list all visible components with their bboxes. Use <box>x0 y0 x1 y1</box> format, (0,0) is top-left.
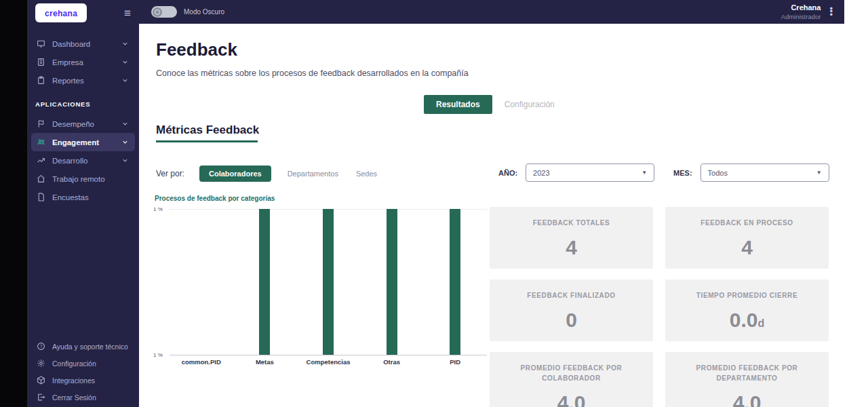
year-select[interactable]: 2023 ▼ <box>526 163 654 182</box>
month-label: MES: <box>673 169 692 177</box>
sidebar-item-ayuda[interactable]: ? Ayuda y soporte técnico <box>31 338 135 355</box>
building-icon <box>37 58 45 66</box>
chevron-down-icon[interactable] <box>121 58 130 66</box>
card-label: FEEDBACK FINALIZADO <box>502 290 641 301</box>
filter-colaboradores[interactable]: Colaboradores <box>199 166 271 182</box>
sidebar-item-integraciones[interactable]: Integraciones <box>31 372 135 389</box>
sidebar-item-empresa[interactable]: Empresa <box>31 53 135 71</box>
card-value-unit: d <box>757 317 764 329</box>
flag-icon <box>37 119 45 128</box>
sidebar-item-trabajo-remoto[interactable]: Trabajo remoto <box>31 170 135 188</box>
chevron-down-icon[interactable] <box>121 40 130 47</box>
home-icon <box>37 174 45 183</box>
toggle-knob-icon <box>153 7 162 17</box>
card-value: 0.0 <box>730 309 758 331</box>
card-value: 0 <box>566 309 577 331</box>
nav-label: Trabajo remoto <box>52 175 130 183</box>
sidebar-item-cerrar-sesion[interactable]: Cerrar Sesión <box>31 389 135 406</box>
section-title: Métricas Feedback <box>156 123 259 137</box>
chart-bar-slot <box>170 209 233 355</box>
card-value: 4 <box>566 236 577 258</box>
month-select-value: Todos <box>708 169 728 177</box>
sidebar-main-nav: Dashboard Empresa Reportes <box>27 35 139 90</box>
document-icon <box>37 193 45 201</box>
filter-departamentos[interactable]: Departamentos <box>286 166 340 182</box>
sidebar-item-reportes[interactable]: Reportes <box>31 71 135 90</box>
crehana-logo[interactable]: crehana <box>35 3 87 22</box>
chart-bar-slot <box>233 209 297 355</box>
nav-label: Cerrar Sesión <box>52 393 130 402</box>
card-label: TIEMPO PROMEDIO CIERRE <box>677 290 816 301</box>
nav-label: Engagement <box>52 138 114 147</box>
card-feedback-en-proceso: FEEDBACK EN PROCESO 4 <box>665 207 829 269</box>
card-value: 4.0 <box>557 391 586 407</box>
page-title: Feedback <box>156 39 237 60</box>
chart-category-label: PID <box>423 358 487 366</box>
results-config-tabs: Resultados Configuración <box>424 95 567 114</box>
chart-bar-slot <box>423 209 487 355</box>
hamburger-menu-icon[interactable]: ≡ <box>124 7 131 19</box>
chart-category-label: Otras <box>360 358 424 366</box>
tab-configuracion[interactable]: Configuración <box>492 95 567 114</box>
nav-label: Ayuda y soporte técnico <box>52 343 130 351</box>
chevron-down-icon[interactable] <box>121 120 130 128</box>
chart-category-label: Competencias <box>296 358 360 366</box>
dark-mode-label: Modo Oscuro <box>184 8 224 16</box>
dark-mode-toggle[interactable] <box>151 6 177 18</box>
chart-x-axis-line <box>170 355 487 355</box>
chart-plot-area: 1 % 1 % <box>170 209 487 355</box>
left-edge-strip <box>0 0 27 407</box>
chart-bar-slot <box>296 209 360 355</box>
card-promedio-por-colaborador: PROMEDIO FEEDBACK POR COLABORADOR 4.0 <box>490 352 653 407</box>
metric-cards: FEEDBACK TOTALES 4 FEEDBACK EN PROCESO 4… <box>490 207 829 407</box>
clipboard-icon <box>37 76 45 85</box>
card-value: 4 <box>741 236 753 258</box>
view-by-filter: Ver por: Colaboradores Departamentos Sed… <box>156 166 378 182</box>
sidebar-item-desarrollo[interactable]: Desarrollo <box>31 151 135 170</box>
crehana-admin-dashboard: crehana ≡ Dashboard Empresa Reportes APL… <box>0 0 868 407</box>
tab-resultados[interactable]: Resultados <box>424 95 492 114</box>
applications-section-header: APLICACIONES <box>27 90 139 113</box>
gear-icon <box>37 359 45 368</box>
date-filters: AÑO: 2023 ▼ MES: Todos ▼ <box>498 163 829 182</box>
chevron-down-icon[interactable] <box>121 77 130 84</box>
year-label: AÑO: <box>498 169 517 177</box>
card-feedback-finalizado: FEEDBACK FINALIZADO 0 <box>490 279 653 341</box>
card-label: PROMEDIO FEEDBACK POR COLABORADOR <box>502 363 641 383</box>
chevron-down-icon[interactable] <box>121 157 130 164</box>
sidebar: crehana ≡ Dashboard Empresa Reportes APL… <box>27 0 139 407</box>
sidebar-item-encuestas[interactable]: Encuestas <box>31 188 135 206</box>
help-icon: ? <box>37 342 45 351</box>
chart-bars <box>170 209 487 355</box>
nav-label: Desarrollo <box>52 157 114 165</box>
sidebar-item-engagement[interactable]: Engagement <box>31 133 135 151</box>
card-label: FEEDBACK TOTALES <box>502 218 641 228</box>
page-subtitle: Conoce las métricas sobre los procesos d… <box>156 69 469 78</box>
feedback-categories-chart: Procesos de feedback por categorías 1 % … <box>155 195 487 366</box>
sidebar-item-configuracion[interactable]: Configuración <box>31 355 135 372</box>
main-content: Feedback Conoce las métricas sobre los p… <box>139 24 844 407</box>
chart-bar <box>450 209 460 355</box>
sidebar-footer: ? Ayuda y soporte técnico Configuración … <box>31 338 135 406</box>
sidebar-item-desempeno[interactable]: Desempeño <box>31 115 135 133</box>
cube-icon <box>37 376 45 385</box>
y-axis-tick-bottom: 1 % <box>153 352 168 358</box>
chart-category-label: common.PID <box>170 358 233 366</box>
section-title-underline <box>156 140 258 142</box>
chevron-down-icon[interactable] <box>121 138 130 146</box>
nav-label: Empresa <box>52 58 114 66</box>
logout-icon <box>37 393 45 402</box>
nav-label: Desempeño <box>52 120 114 128</box>
y-axis-tick-top: 1 % <box>153 206 168 212</box>
topbar: Modo Oscuro Crehana Administrador ••• <box>139 0 844 24</box>
nav-label: Reportes <box>52 77 114 85</box>
filter-sedes[interactable]: Sedes <box>355 166 378 182</box>
nav-label: Integraciones <box>52 376 130 385</box>
sidebar-item-dashboard[interactable]: Dashboard <box>31 35 135 53</box>
caret-down-icon: ▼ <box>816 170 822 176</box>
user-name: Crehana <box>781 3 821 12</box>
kebab-menu-icon[interactable]: ••• <box>827 7 835 17</box>
month-select[interactable]: Todos ▼ <box>701 163 829 182</box>
card-value: 4.0 <box>733 391 762 407</box>
svg-text:?: ? <box>40 344 43 349</box>
